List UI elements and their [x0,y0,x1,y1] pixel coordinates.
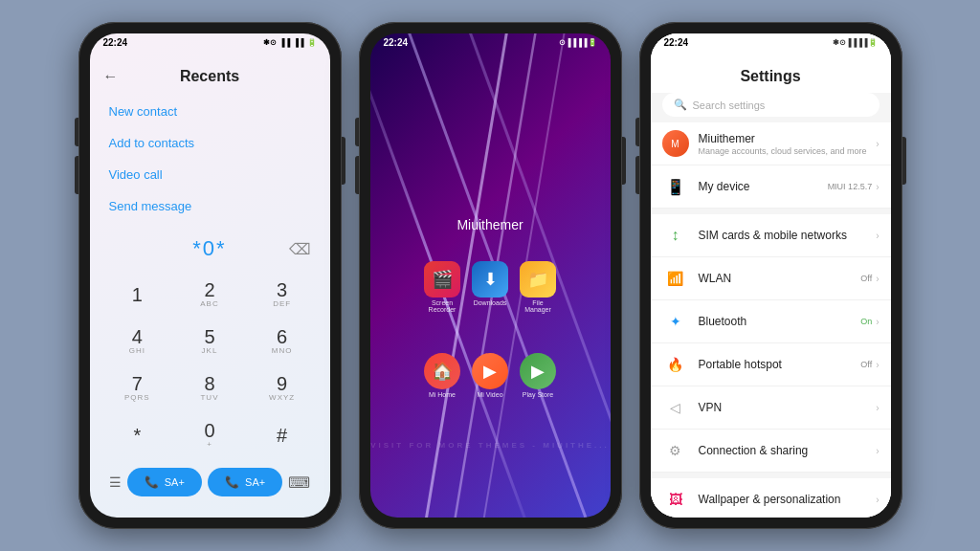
hotspot-chevron: › [876,360,879,370]
dialpad-display: *0* ⌫ [90,217,330,269]
phone-icon-1: 📞 [145,475,159,489]
app-file-manager[interactable]: 📁 FileManager [520,261,556,313]
volume-up-button-2 [355,118,359,146]
phone-frame-1: 22:24 ✱⊙ ▐▐ ▐▐ 🔋 ← Recents New contact A… [78,22,342,529]
new-contact-link[interactable]: New contact [109,100,311,122]
sim-title: SIM cards & mobile networks [699,229,877,242]
power-button-2 [622,137,626,185]
play-store-label: Play Store [523,391,553,398]
mi-video-label: Mi Video [477,391,502,398]
send-message-link[interactable]: Send message [109,195,311,217]
wlan-content: WLAN [699,272,861,285]
bluetooth-content: Bluetooth [699,315,861,328]
search-placeholder: Search settings [693,99,766,111]
file-manager-label: FileManager [524,299,551,313]
bluetooth-badge: On [860,317,872,326]
wallpaper-chevron: › [876,495,879,505]
my-device-content: My device [699,180,828,193]
wallpaper-title: Wallpaper & personalization [699,493,877,506]
status-icons-2: ⊙▐▐▐▐🔋 [559,38,597,47]
app-play-store[interactable]: ▶ Play Store [520,353,556,398]
wlan-title: WLAN [699,272,861,285]
mi-home-icon: 🏠 [424,353,460,389]
connection-title: Connection & sharing [699,444,877,457]
dialpad-key-1[interactable]: 1 [103,273,172,316]
recents-title: Recents [126,68,294,85]
status-time-2: 22:24 [384,37,409,48]
dialpad-key-4[interactable]: 4GHI [103,320,172,363]
dialpad-key-6[interactable]: 6MNO [248,320,317,363]
phone1-screen: 22:24 ✱⊙ ▐▐ ▐▐ 🔋 ← Recents New contact A… [90,33,330,518]
profile-chevron: › [876,139,879,149]
connection-chevron: › [876,446,879,456]
dialpad-key-star[interactable]: * [103,413,172,456]
status-bar-1: 22:24 ✱⊙ ▐▐ ▐▐ 🔋 [90,33,330,50]
volume-down-button-3 [635,156,639,194]
hotspot-content: Portable hotspot [699,358,861,371]
vpn-content: VPN [699,401,877,414]
settings-wlan[interactable]: 📶 WLAN Off › [651,257,891,300]
hotspot-title: Portable hotspot [699,358,861,371]
wallpaper-content: Wallpaper & personalization [699,493,877,506]
profile-content: Miuithemer Manage accounts, cloud servic… [699,132,877,156]
sim-icon: ↕ [662,222,689,249]
dialpad-bottom: ☰ 📞 SA+ 📞 SA+ ⌨ [90,460,330,504]
settings-wallpaper[interactable]: 🖼 Wallpaper & personalization › [651,478,891,518]
dialpad-key-7[interactable]: 7PQRS [103,366,172,409]
dialpad-icon[interactable]: ⌨ [288,474,310,492]
dialpad-key-0[interactable]: 0+ [175,413,244,456]
settings-sim[interactable]: ↕ SIM cards & mobile networks › [651,214,891,257]
my-device-chevron: › [876,182,879,192]
volume-up-button-3 [635,118,639,146]
call-label-1: SA+ [165,476,185,488]
backspace-button[interactable]: ⌫ [289,240,311,258]
mi-home-label: Mi Home [429,391,456,398]
phone-icon-2: 📞 [225,475,239,489]
phone-frame-2: 22:24 ⊙▐▐▐▐🔋 Miuithemer 🎬 ScreenRecorder… [359,22,622,529]
dialpad-key-9[interactable]: 9WXYZ [248,366,317,409]
video-call-link[interactable]: Video call [109,164,311,186]
settings-connection[interactable]: ⚙ Connection & sharing › [651,430,891,473]
search-icon: 🔍 [674,99,687,111]
volume-up-button [75,118,78,146]
settings-search[interactable]: 🔍 Search settings [662,93,880,117]
downloads-icon: ⬇ [472,261,508,298]
home-username: Miuithemer [370,217,611,232]
settings-my-device[interactable]: 📱 My device MIUI 12.5.7 › [651,165,891,209]
call-button-1[interactable]: 📞 SA+ [127,468,202,496]
phone-1: 22:24 ✱⊙ ▐▐ ▐▐ 🔋 ← Recents New contact A… [78,22,342,529]
vpn-chevron: › [876,403,879,413]
my-device-badge: MIUI 12.5.7 [828,182,873,191]
app-screen-recorder[interactable]: 🎬 ScreenRecorder [424,261,460,313]
screen-recorder-label: ScreenRecorder [429,299,457,313]
dialpad-grid: 1 2ABC 3DEF 4GHI 5JKL 6MNO 7PQRS 8TUV 9W… [90,269,330,460]
app-mi-video[interactable]: ▶ Mi Video [472,353,508,398]
hotspot-badge: Off [860,360,872,369]
phone-2: 22:24 ⊙▐▐▐▐🔋 Miuithemer 🎬 ScreenRecorder… [359,22,622,529]
sim-chevron: › [876,231,879,241]
recents-actions: New contact Add to contacts Video call S… [90,100,330,217]
settings-profile-item[interactable]: M Miuithemer Manage accounts, cloud serv… [651,122,891,165]
play-store-icon: ▶ [520,353,556,389]
dialpad-key-8[interactable]: 8TUV [175,366,244,409]
power-button [342,137,345,185]
status-time-3: 22:24 [664,37,689,48]
wlan-chevron: › [876,274,879,284]
settings-hotspot[interactable]: 🔥 Portable hotspot Off › [651,343,891,386]
mi-video-icon: ▶ [472,353,508,389]
dialpad-key-hash[interactable]: # [248,413,317,456]
call-button-2[interactable]: 📞 SA+ [208,468,282,496]
menu-icon[interactable]: ☰ [109,474,122,490]
dialpad-key-5[interactable]: 5JKL [175,320,244,363]
profile-right: › [876,139,879,149]
back-button[interactable]: ← [103,68,119,85]
app-mi-home[interactable]: 🏠 Mi Home [424,353,460,398]
add-to-contacts-link[interactable]: Add to contacts [109,132,311,154]
dialpad-key-2[interactable]: 2ABC [175,273,244,316]
profile-subtitle: Manage accounts, cloud services, and mor… [699,146,877,156]
settings-vpn[interactable]: ◁ VPN › [651,386,891,430]
app-downloads[interactable]: ⬇ Downloads [472,261,508,313]
hotspot-icon: 🔥 [662,351,689,378]
settings-bluetooth[interactable]: ✦ Bluetooth On › [651,300,891,343]
dialpad-key-3[interactable]: 3DEF [248,273,317,316]
